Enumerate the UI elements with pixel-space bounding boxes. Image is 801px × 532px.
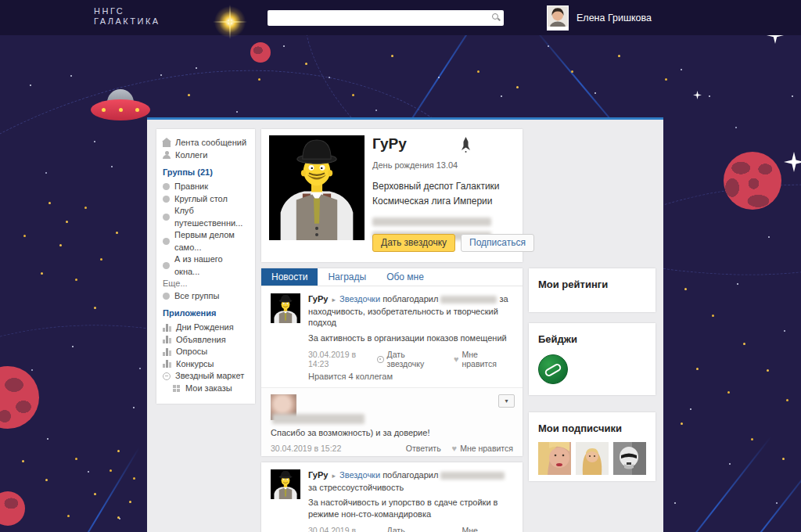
heart-icon: ♥ [452,444,458,453]
give-star-button[interactable]: Дать звездочку [372,234,455,252]
post-give-star-action[interactable]: Дать звездочку [377,526,443,532]
blurred-name [440,472,505,480]
sidebar-item-birthdays[interactable]: Дни Рождения [163,322,249,334]
sidebar-item-label: А из нашего окна... [174,253,249,278]
search-bar[interactable] [268,10,504,26]
sidebar-item-group[interactable]: Правник [163,181,249,193]
profile-card: ГуРу День рождения 13.04 Верховный деспо… [261,129,523,262]
blurred-name [440,296,497,304]
tab-news[interactable]: Новости [261,268,318,286]
starburst-icon [210,2,250,42]
profile-photo[interactable] [269,135,365,240]
red-planet [724,152,781,210]
post-body: За активность в организации показов поме… [308,332,513,344]
post-group-link[interactable]: Звездочки [339,294,380,304]
chart-icon [163,348,171,356]
search-input[interactable] [268,10,504,26]
sidebar-item-label: Дни Рождения [176,322,234,334]
group-icon [163,196,170,203]
post-author-link[interactable]: ГуРу [308,294,328,304]
sidebar-item-label: Объявления [176,334,226,347]
post-author-avatar[interactable] [271,469,300,499]
heart-icon: ♥ [454,354,459,364]
sidebar-item-label: Первым делом само... [174,229,249,253]
home-icon [163,142,171,147]
comment-like-action[interactable]: ♥Мне нравится [452,444,513,453]
profile-position: Верховный деспот Галактики [372,180,516,193]
comment-menu-button[interactable]: ▾ [498,394,515,408]
follower-avatar[interactable] [613,442,646,475]
ratings-title: Мои рейтинги [538,279,646,290]
market-icon [163,372,171,380]
post-give-star-action[interactable]: Дать звездочку [377,350,443,368]
badge-icon[interactable] [538,354,568,384]
sidebar-item-announcements[interactable]: Объявления [163,334,249,347]
chart-icon [163,324,171,332]
sidebar-item-star-market[interactable]: Звездный маркет [163,370,249,383]
post-date: 30.04.2019 в 14:23 [308,350,377,368]
sidebar-item-more[interactable]: Еще... [163,278,249,290]
feed-post-block: ГуРу ▸ Звездочки поблагодарил за стрессо… [261,462,523,532]
sidebar-item-label: Мои заказы [185,383,232,395]
feed-post-block: Новости Награды Обо мне ГуРу ▸ Звездочки… [261,268,523,456]
post-likes-count[interactable]: Нравится 4 коллегам [308,371,513,382]
app-logo[interactable]: ННГС ГАЛАКТИКА [94,6,160,27]
sidebar-item-feed[interactable]: Лента сообщений [163,137,249,149]
sidebar-item-group[interactable]: Клуб путешественни... [163,205,249,229]
avatar[interactable] [547,5,569,31]
group-icon [163,293,170,300]
post-group-link[interactable]: Звездочки [339,470,380,480]
feed: Новости Награды Обо мне ГуРу ▸ Звездочки… [261,268,523,532]
sidebar-item-group[interactable]: Первым делом само... [163,229,249,253]
sidebar-item-colleagues[interactable]: Коллеги [163,149,249,162]
comment-text: Спасибо за возможность) и за доверие! [271,427,513,438]
content-area: Лента сообщений Коллеги Группы (21) Прав… [147,117,663,532]
ufo-icon [91,88,150,127]
chart-icon [163,360,171,368]
post-like-action[interactable]: ♥Мне нравится [454,350,513,368]
person-icon [163,151,171,160]
post-reason: за стрессоустойчивость [308,483,404,492]
follower-avatar[interactable] [538,442,571,475]
sidebar-item-label: Все группы [174,290,219,303]
followers-card: Мои подписчики [529,412,656,481]
logo-line2: ГАЛАКТИКА [94,16,160,27]
followers-title: Мои подписчики [538,422,646,434]
tab-about[interactable]: Обо мне [376,268,434,286]
post-title: ГуРу ▸ Звездочки поблагодарил за находчи… [308,293,513,329]
sidebar-item-label: Лента сообщений [175,137,246,149]
blurred-contact-line [372,217,491,226]
profile-tabs: Новости Награды Обо мне [261,268,523,286]
blurred-name [272,414,365,424]
group-icon [163,262,170,269]
post-body: За настойчивость и упорство в сдаче стро… [308,497,513,519]
sidebar-item-group[interactable]: А из нашего окна... [163,253,249,278]
follower-avatar[interactable] [576,442,609,475]
sidebar-item-label: Круглый стол [174,193,228,206]
sidebar-item-label: Клуб путешественни... [174,205,249,229]
red-planet [250,42,271,63]
sidebar-item-my-orders[interactable]: Мои заказы [163,383,249,395]
post-like-action[interactable]: ♥Мне нравится [454,526,513,532]
sidebar-item-group[interactable]: Круглый стол [163,193,249,206]
tab-awards[interactable]: Награды [318,268,376,286]
post-author-avatar[interactable] [271,293,300,323]
sidebar-item-all-groups[interactable]: Все группы [163,290,249,303]
profile-name: ГуРу [372,135,407,152]
group-icon [163,214,170,221]
sidebar-section-groups[interactable]: Группы (21) [163,167,249,178]
sidebar-item-label: Коллеги [175,149,207,162]
subscribe-button[interactable]: Подписаться [461,234,534,252]
current-user-menu[interactable]: Елена Гришкова [547,6,652,29]
group-icon [163,183,170,190]
comment-section: ▾ Спасибо за возможность) и за доверие! … [261,387,523,456]
rocket-icon[interactable] [460,137,472,156]
sidebar-item-polls[interactable]: Опросы [163,346,249,358]
post-author-link[interactable]: ГуРу [308,470,328,480]
sidebar-section-apps[interactable]: Приложения [163,307,249,319]
profile-birthday: День рождения 13.04 [372,160,516,170]
search-icon[interactable] [492,13,498,20]
sidebar-item-contests[interactable]: Конкурсы [163,358,249,371]
comment-reply-action[interactable]: Ответить [406,444,441,453]
comment-date: 30.04.2019 в 15:22 [271,444,341,453]
